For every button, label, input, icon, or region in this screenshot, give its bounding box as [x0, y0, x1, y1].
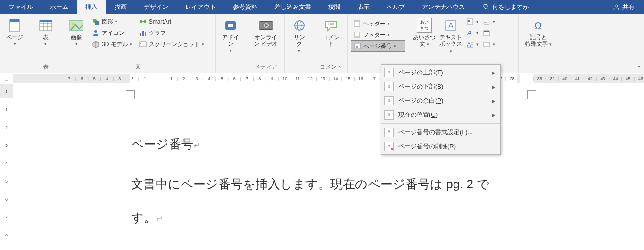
document-area: 1123456789 ページ番号↵ 文書中にページ番号を挿入します。現在のページ…	[0, 84, 644, 250]
document-canvas[interactable]: ページ番号↵ 文書中にページ番号を挿入します。現在のページ番号は pg. 2 で…	[13, 84, 644, 250]
submenu-arrow-icon: ▶	[492, 98, 495, 104]
smartart-button[interactable]: SmartArt	[137, 16, 206, 27]
tab-antennahouse[interactable]: アンテナハウス	[413, 0, 473, 14]
wordart-button[interactable]: A▾	[464, 27, 480, 39]
dropcap-button[interactable]: A▾	[464, 39, 480, 50]
svg-rect-14	[95, 21, 99, 25]
picture-icon	[69, 18, 84, 33]
omega-icon: Ω	[531, 18, 546, 33]
link-icon	[292, 18, 307, 33]
tell-me-label: 何をしますか	[492, 3, 529, 11]
tab-design[interactable]: デザイン	[135, 0, 177, 14]
chevron-down-icon: ▾	[202, 42, 204, 47]
tell-me-search[interactable]: 何をしますか	[473, 0, 537, 14]
screenshot-icon	[139, 40, 147, 48]
svg-text:A: A	[467, 29, 471, 37]
group-pages: ページ ▾	[0, 14, 31, 73]
datetime-icon	[482, 29, 491, 37]
cube-icon	[91, 40, 100, 48]
menu-page-margin[interactable]: # ページの余白(P) ▶	[381, 94, 500, 108]
tab-mailings[interactable]: 差し込み文書	[266, 0, 320, 14]
menu-page-bottom[interactable]: # ページの下部(B) ▶	[381, 80, 500, 94]
smartart-icon	[139, 17, 147, 26]
links-button[interactable]: リンク ▾	[288, 16, 311, 55]
svg-point-2	[615, 5, 618, 7]
chevron-down-icon: ▾	[388, 32, 390, 37]
tab-references[interactable]: 参考資料	[224, 0, 266, 14]
svg-point-15	[94, 30, 97, 33]
tab-layout[interactable]: レイアウト	[177, 0, 224, 14]
menu-remove-page-number[interactable]: #✕ ページ番号の削除(R)	[381, 139, 500, 153]
object-button[interactable]: ▾	[480, 39, 497, 50]
datetime-button[interactable]	[480, 27, 497, 39]
body-text-1: 文書中にページ番号を挿入します。現在のページ番号は pg. 2 で	[131, 177, 489, 191]
submenu-arrow-icon: ▶	[492, 84, 495, 89]
pages-button[interactable]: ページ ▾	[3, 16, 26, 48]
tab-insert[interactable]: 挿入	[77, 0, 106, 14]
horizontal-ruler[interactable]: ∟ 7|6|5|4|3|2|1||1|2|3|4|5|6|7|8|9|10|11…	[0, 73, 644, 84]
chevron-down-icon: ▾	[14, 41, 16, 46]
greeting-button[interactable]: あいさつ あいさつ文 ▾	[411, 16, 438, 49]
share-button[interactable]: 共有	[603, 0, 644, 14]
current-pos-icon: #	[384, 110, 394, 120]
addins-button[interactable]: アドイン ▾	[219, 16, 242, 55]
svg-rect-20	[144, 20, 146, 23]
person-icon	[613, 4, 619, 10]
shapes-icon	[91, 17, 100, 26]
comment-button[interactable]: + コメント	[317, 16, 345, 49]
signature-button[interactable]: ▾	[480, 16, 497, 27]
chevron-down-icon: ▾	[388, 21, 390, 26]
footer-button[interactable]: フッター▾	[351, 29, 405, 40]
lightbulb-icon	[482, 3, 489, 11]
svg-point-0	[484, 4, 487, 8]
chevron-down-icon: ▾	[115, 19, 117, 24]
svg-rect-23	[142, 31, 144, 36]
icons-icon	[91, 29, 100, 37]
margin-marker	[126, 90, 135, 99]
tab-home[interactable]: ホーム	[41, 0, 77, 14]
page-margin-icon: #	[384, 96, 394, 105]
group-links: リンク ▾	[285, 14, 314, 73]
textbox-button[interactable]: A テキストボックス ▾	[438, 16, 464, 56]
vertical-ruler[interactable]: 1123456789	[0, 84, 13, 250]
online-video-button[interactable]: オンライン ビデオ	[250, 16, 281, 49]
3d-models-button[interactable]: 3D モデル▾	[90, 39, 134, 50]
shapes-button[interactable]: 図形▾	[90, 16, 134, 27]
svg-rect-58	[484, 42, 489, 47]
quickparts-button[interactable]: ▾	[464, 16, 480, 27]
tab-draw[interactable]: 描画	[106, 0, 135, 14]
ruler-corner: ∟	[0, 73, 13, 84]
tab-help[interactable]: ヘルプ	[378, 0, 413, 14]
addin-icon	[223, 18, 238, 33]
group-addins: アドイン ▾	[216, 14, 247, 73]
pictures-button[interactable]: 画像 ▾	[63, 16, 90, 48]
tab-review[interactable]: 校閲	[320, 0, 349, 14]
svg-rect-57	[484, 31, 489, 32]
table-icon	[38, 18, 53, 33]
margin-marker	[527, 90, 536, 99]
chevron-down-icon: ▾	[130, 42, 132, 47]
chevron-down-icon: ▾	[75, 41, 78, 46]
wordart-icon: A	[466, 29, 474, 37]
collapse-ribbon-button[interactable]: ⌃	[637, 65, 641, 71]
page: ページ番号↵ 文書中にページ番号を挿入します。現在のページ番号は pg. 2 で…	[51, 84, 603, 250]
svg-rect-1	[485, 8, 487, 9]
svg-text:A: A	[467, 41, 471, 48]
tab-view[interactable]: 表示	[349, 0, 378, 14]
chart-icon	[139, 29, 147, 37]
screenshot-button[interactable]: スクリーンショット▾	[137, 39, 206, 50]
share-label: 共有	[622, 3, 635, 11]
svg-rect-28	[228, 24, 233, 27]
header-button[interactable]: ヘッダー▾	[351, 18, 405, 29]
tab-file[interactable]: ファイル	[0, 0, 41, 14]
page-number-button[interactable]: # ページ番号▾	[351, 40, 405, 52]
heading-text: ページ番号	[131, 137, 193, 151]
menu-current-position[interactable]: # 現在の位置(C) ▶	[381, 108, 500, 122]
symbols-button[interactable]: Ω 記号と特殊文字 ▾	[521, 16, 555, 49]
icons-button[interactable]: アイコン	[90, 27, 134, 39]
menu-page-top[interactable]: # ページの上部(T) ▶	[381, 65, 500, 80]
svg-rect-22	[140, 33, 141, 36]
menu-format-page-number[interactable]: # ページ番号の書式設定(F)...	[381, 125, 500, 139]
chart-button[interactable]: グラフ	[137, 27, 206, 39]
table-button[interactable]: 表 ▾	[34, 16, 57, 48]
